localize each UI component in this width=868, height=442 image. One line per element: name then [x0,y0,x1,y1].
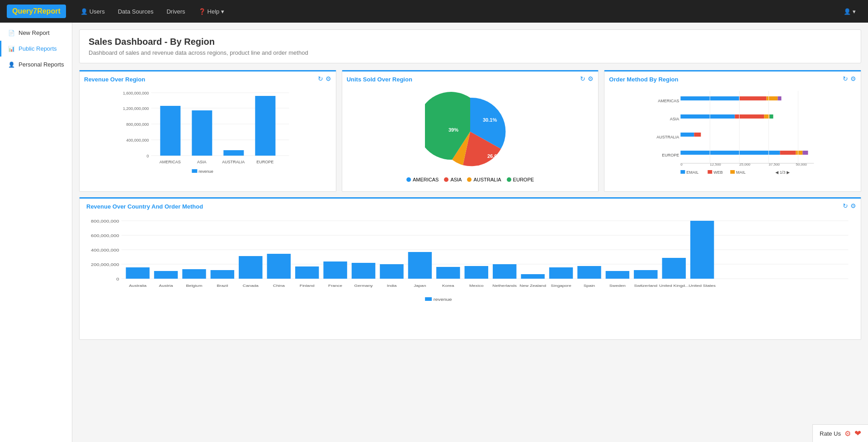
revenue-region-refresh[interactable]: ↻ [318,75,323,82]
country-bar-chart-svg: 800,000,000 600,000,000 400,000,000 200,… [86,214,854,331]
brand-logo[interactable]: Query7Report [7,5,66,18]
nav-drivers[interactable]: Drivers [161,5,190,18]
content-area: Sales Dashboard - By Region Dashboard of… [72,23,868,442]
public-reports-icon: 📊 [8,46,15,52]
svg-rect-16 [255,96,275,156]
revenue-country-settings[interactable]: ⚙ [850,202,856,209]
revenue-over-region-card: Revenue Over Region ↻ ⚙ 1,600,000,000 1,… [79,70,336,192]
svg-text:Brazil: Brazil [217,284,228,288]
svg-rect-108 [690,221,714,279]
units-sold-settings[interactable]: ⚙ [588,75,594,82]
svg-rect-84 [352,263,375,279]
top-charts-row: Revenue Over Region ↻ ⚙ 1,600,000,000 1,… [79,70,861,192]
svg-text:12,500: 12,500 [710,162,722,166]
legend-asia: ASIA [444,177,462,182]
americas-dot [406,177,411,182]
svg-text:600,000,000: 600,000,000 [91,233,119,238]
svg-rect-51 [681,170,685,174]
order-method-refresh[interactable]: ↻ [843,75,848,82]
order-method-region-card: Order Method By Region ↻ ⚙ AMERICAS ASIA… [604,70,861,192]
sidebar-item-personal-reports[interactable]: 👤 Personal Reports [0,57,72,72]
svg-rect-37 [681,151,780,155]
rate-us-icon[interactable]: ⚙ [844,429,851,438]
svg-text:AMERICAS: AMERICAS [160,160,181,164]
svg-text:Belgium: Belgium [186,284,202,288]
revenue-region-chart: 1,600,000,000 1,200,000,000 800,000,000 … [84,86,331,177]
order-method-settings[interactable]: ⚙ [850,75,856,82]
svg-text:MAIL: MAIL [736,170,746,175]
svg-rect-39 [796,151,803,155]
svg-text:ASIA: ASIA [670,117,679,121]
revenue-country-controls: ↻ ⚙ [843,202,856,209]
svg-rect-30 [778,96,782,100]
sidebar-item-public-reports[interactable]: 📊 Public Reports [0,41,72,57]
svg-rect-55 [731,170,735,174]
units-sold-title: Units Sold Over Region [347,76,594,83]
revenue-country-title: Revenue Over Country And Order Method [86,203,854,210]
nav-users[interactable]: 👤 Users [75,5,110,18]
order-method-svg: AMERICAS ASIA AUSTRALIA EUROPE [609,86,856,181]
svg-text:Netherlands: Netherlands [492,284,517,288]
svg-text:United States: United States [689,284,716,288]
svg-rect-40 [803,151,808,155]
svg-text:26.6%: 26.6% [487,153,501,159]
brand-highlight: 7 [33,7,37,15]
revenue-region-settings[interactable]: ⚙ [326,75,331,82]
svg-rect-92 [465,266,488,279]
svg-text:AMERICAS: AMERICAS [658,99,679,103]
order-method-controls: ↻ ⚙ [843,75,856,82]
nav-help[interactable]: ❓ Help ▾ [193,5,230,18]
page-title: Sales Dashboard - By Region [89,37,852,47]
svg-text:EMAIL: EMAIL [687,170,699,175]
svg-rect-28 [740,96,767,100]
svg-text:WEB: WEB [714,170,723,175]
units-sold-controls: ↻ ⚙ [580,75,594,82]
svg-text:◀ 1/3 ▶: ◀ 1/3 ▶ [776,170,790,175]
svg-rect-86 [380,264,403,279]
svg-text:revenue: revenue [434,297,452,302]
revenue-region-title: Revenue Over Region [84,76,331,83]
svg-text:revenue: revenue [198,169,213,174]
svg-text:0: 0 [116,277,119,281]
svg-text:France: France [328,284,342,288]
svg-text:50,000: 50,000 [796,162,807,166]
brand-prefix: Query [12,7,33,15]
svg-rect-78 [267,254,291,279]
svg-rect-29 [767,96,778,100]
svg-rect-96 [521,274,544,279]
main-layout: 📄 New Report 📊 Public Reports 👤 Personal… [0,23,868,442]
personal-reports-icon: 👤 [8,62,15,68]
svg-text:200,000,000: 200,000,000 [91,262,119,267]
nav-data-sources[interactable]: Data Sources [113,5,159,18]
sidebar-item-new-report[interactable]: 📄 New Report [0,25,72,41]
user-menu[interactable]: 👤 ▾ [838,5,861,18]
svg-rect-76 [239,256,262,279]
bottom-chart-section: Revenue Over Country And Order Method ↻ … [79,197,861,340]
svg-rect-34 [770,114,774,119]
svg-text:Sweden: Sweden [609,284,626,288]
svg-rect-98 [549,267,573,279]
revenue-country-refresh[interactable]: ↻ [843,202,848,209]
rate-us-heart-icon[interactable]: ❤ [854,428,861,438]
page-header: Sales Dashboard - By Region Dashboard of… [79,29,861,63]
svg-text:EUROPE: EUROPE [256,160,274,164]
svg-rect-14 [223,150,244,156]
europe-dot [507,177,511,182]
svg-rect-68 [126,267,149,279]
svg-text:AUSTRALIA: AUSTRALIA [222,160,245,164]
svg-text:0: 0 [681,162,683,166]
units-sold-refresh[interactable]: ↻ [580,75,585,82]
user-menu-icon: 👤 ▾ [844,8,856,15]
revenue-country-card: Revenue Over Country And Order Method ↻ … [79,197,861,340]
svg-rect-110 [425,297,432,301]
svg-text:Germany: Germany [354,284,373,288]
pie-legend: AMERICAS ASIA AUSTRALIA EUROPE [406,177,534,182]
svg-text:400,000,000: 400,000,000 [126,138,149,143]
svg-rect-35 [681,133,694,137]
svg-text:Spain: Spain [584,284,595,288]
navbar: Query7Report 👤 Users Data Sources Driver… [0,0,868,23]
svg-text:ASIA: ASIA [197,160,207,164]
pie-chart-svg: 30.1% 26.6% 39% [425,91,515,172]
user-nav-icon: 👤 [80,8,88,15]
svg-text:India: India [387,284,397,288]
